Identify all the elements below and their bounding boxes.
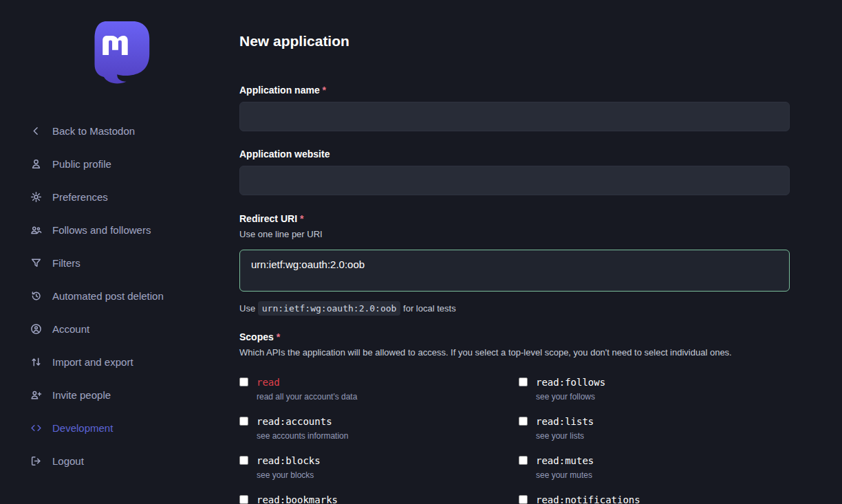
sidebar-item-label: Invite people [52,389,111,401]
main-content: New application Application name * Appli… [239,0,790,504]
scope-checkbox[interactable] [519,456,528,465]
scope-description: see your blocks [257,470,321,480]
sidebar-item-label: Back to Mastodon [52,125,135,137]
application-name-label: Application name * [239,85,790,96]
scope-option-read-follows: read:follows see your follows [519,377,790,402]
sidebar-item-invite-people[interactable]: Invite people [0,378,239,411]
sidebar-item-label: Logout [52,455,84,467]
redirect-uri-label: Redirect URI * [239,214,790,224]
required-asterisk: * [300,213,303,224]
sidebar-item-label: Development [52,422,113,434]
scope-name: read:accounts [257,416,348,427]
sidebar-item-label: Follows and followers [52,224,151,236]
sidebar-item-back-to-mastodon[interactable]: Back to Mastodon [0,114,239,147]
scope-option-read-notifications: read:notifications [519,494,790,504]
scope-description: see your mutes [536,470,594,480]
scope-checkbox[interactable] [519,377,528,386]
gear-icon [30,191,42,203]
scope-name: read:bookmarks [257,494,338,504]
scope-option-read-bookmarks: read:bookmarks [239,494,519,504]
page-title: New application [239,32,790,50]
scope-option-read: read read all your account's data [239,377,519,402]
sidebar-item-filters[interactable]: Filters [0,246,239,279]
application-name-input[interactable] [239,102,790,131]
scope-name: read:blocks [257,455,321,466]
sidebar-item-label: Import and export [52,356,133,368]
scope-option-read-accounts: read:accounts see accounts information [239,416,519,441]
person-plus-icon [30,389,42,401]
scope-option-read-mutes: read:mutes see your mutes [519,455,790,480]
people-icon [30,224,42,236]
redirect-uri-textarea[interactable]: urn:ietf:wg:oauth:2.0:oob [239,250,790,292]
scope-checkbox[interactable] [519,417,528,426]
scope-checkbox[interactable] [239,456,248,465]
sidebar-item-import-and-export[interactable]: Import and export [0,345,239,378]
application-website-input[interactable] [239,166,790,195]
code-icon [30,422,42,434]
scopes-description: Which APIs the application will be allow… [239,347,790,358]
scope-checkbox[interactable] [239,377,248,386]
sidebar: Back to Mastodon Public profile Preferen… [0,0,239,504]
scope-option-read-lists: read:lists see your lists [519,416,790,441]
mastodon-logo[interactable] [87,19,153,87]
required-asterisk: * [323,85,326,96]
sidebar-item-follows-and-followers[interactable]: Follows and followers [0,213,239,246]
sidebar-item-logout[interactable]: Logout [0,444,239,477]
scope-description: see your follows [536,392,605,402]
sidebar-item-public-profile[interactable]: Public profile [0,147,239,180]
scope-name: read:follows [536,377,605,388]
redirect-uri-local-test-hint: Use urn:ietf:wg:oauth:2.0:oob for local … [239,303,790,314]
sidebar-item-label: Automated post deletion [52,290,164,302]
application-website-label: Application website [239,149,790,160]
scope-description: see accounts information [257,431,348,441]
sidebar-nav: Back to Mastodon Public profile Preferen… [0,114,239,477]
history-icon [30,290,42,302]
sidebar-item-label: Account [52,323,89,335]
person-icon [30,158,42,170]
scope-name: read [257,377,357,388]
scope-name: read:notifications [536,494,640,504]
import-export-icon [30,356,42,368]
sidebar-item-label: Public profile [52,158,111,170]
scope-checkbox[interactable] [239,417,248,426]
scope-description: read all your account's data [257,392,357,402]
scopes-label: Scopes * [239,332,790,342]
sidebar-item-automated-post-deletion[interactable]: Automated post deletion [0,279,239,312]
redirect-uri-hint: Use one line per URI [239,229,790,239]
funnel-icon [30,257,42,269]
scope-checkbox[interactable] [519,495,528,504]
scope-option-read-blocks: read:blocks see your blocks [239,455,519,480]
chevron-left-icon [30,125,42,137]
sidebar-item-label: Preferences [52,191,108,203]
required-asterisk: * [277,331,280,342]
sidebar-item-preferences[interactable]: Preferences [0,180,239,213]
scope-checkbox[interactable] [239,495,248,504]
person-circle-icon [30,323,42,335]
scopes-grid: read read all your account's data read:f… [239,377,790,504]
scope-description: see your lists [536,431,594,441]
sidebar-item-label: Filters [52,257,80,269]
oob-code-chip: urn:ietf:wg:oauth:2.0:oob [258,301,401,316]
sidebar-item-development[interactable]: Development [0,411,239,444]
scope-name: read:lists [536,416,594,427]
logout-icon [30,455,42,467]
scope-name: read:mutes [536,455,594,466]
sidebar-item-account[interactable]: Account [0,312,239,345]
